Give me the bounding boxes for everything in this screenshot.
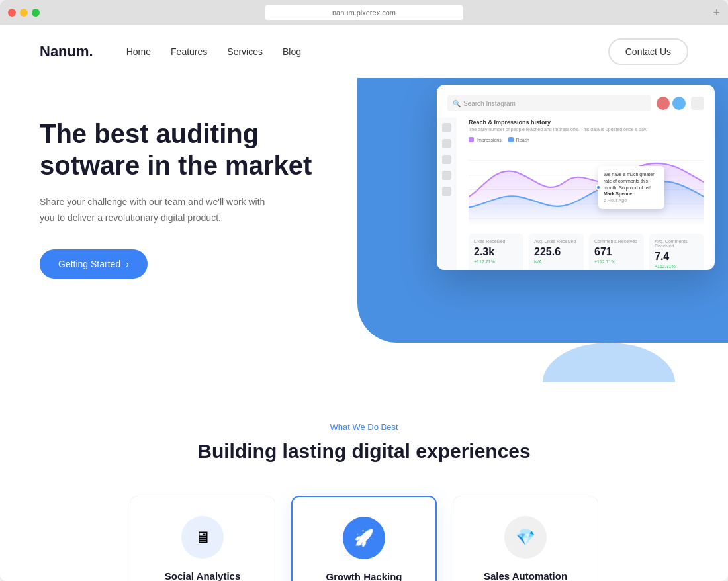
stat-card-avg-likes: Avg. Likes Received 225.6 N/A xyxy=(529,234,584,270)
services-section: What We Do Best Building lasting digital… xyxy=(0,382,728,581)
hero-content: The best auditing sotware in the market … xyxy=(40,105,318,279)
navigation: Nanum. Home Features Services Blog Conta… xyxy=(0,25,728,78)
stat-value: 7.4 xyxy=(655,251,699,263)
search-placeholder: Search Instagram xyxy=(463,100,516,107)
diamond-icon: 💎 xyxy=(516,528,535,547)
service-cards: 🖥 Social Analytics introduction and kick… xyxy=(40,496,688,581)
contact-us-button[interactable]: Contact Us xyxy=(608,38,688,65)
service-card-sales[interactable]: 💎 Sales Automation Checklist items and d… xyxy=(453,496,598,581)
monitor-icon: 🖥 xyxy=(195,528,210,547)
rocket-icon: 🚀 xyxy=(354,529,374,547)
chart-tooltip: We have a much greater rate of comments … xyxy=(598,166,664,209)
service-card-growth[interactable]: 🚀 Growth Hacking Market statics growth a… xyxy=(291,496,437,581)
avatar-2 xyxy=(672,97,686,110)
stat-card-avg-comments: Avg. Comments Received 7.4 +112.71% xyxy=(649,234,704,270)
stat-card-likes: Likes Received 2.3k +112.71% xyxy=(469,234,523,270)
avatar-1 xyxy=(657,97,670,110)
maximize-button[interactable] xyxy=(32,9,40,17)
impressions-dot xyxy=(469,137,474,142)
logo[interactable]: Nanum. xyxy=(40,43,93,60)
nav-links: Home Features Services Blog xyxy=(126,46,301,58)
legend-reach: Reach xyxy=(508,137,529,142)
hero-subtitle: Share your challenge with our team and w… xyxy=(40,195,271,226)
search-icon: 🔍 xyxy=(453,100,461,107)
browser-content: Nanum. Home Features Services Blog Conta… xyxy=(0,25,728,581)
nav-features[interactable]: Features xyxy=(171,46,207,57)
page: Nanum. Home Features Services Blog Conta… xyxy=(0,25,728,581)
tooltip-time: 6 Hour Ago xyxy=(604,197,659,204)
mockup-stats: Likes Received 2.3k +112.71% Avg. Likes … xyxy=(469,234,704,270)
growth-hacking-name: Growth Hacking xyxy=(308,571,420,581)
social-icon-wrap: 🖥 xyxy=(181,516,224,559)
stat-value: 2.3k xyxy=(474,246,518,258)
chart-title: Reach & Impressions history xyxy=(469,119,704,126)
stat-change: +112.71% xyxy=(474,259,518,264)
chart-area: We have a much greater rate of comments … xyxy=(469,146,704,226)
stat-change: +112.71% xyxy=(655,264,699,269)
minimize-button[interactable] xyxy=(20,9,28,17)
growth-icon-wrap: 🚀 xyxy=(343,517,385,559)
settings-icon xyxy=(691,97,704,110)
sidebar-item xyxy=(442,187,451,196)
impressions-label: Impressions xyxy=(477,138,502,142)
mockup-header: 🔍 Search Instagram xyxy=(447,95,704,111)
cta-arrow: › xyxy=(126,259,129,269)
nav-home[interactable]: Home xyxy=(126,46,151,57)
tooltip-dot xyxy=(596,185,601,190)
sales-icon-wrap: 💎 xyxy=(504,516,547,559)
sidebar-item xyxy=(442,155,451,164)
hero-title: The best auditing sotware in the market xyxy=(40,118,318,181)
stat-label: Avg. Comments Received xyxy=(655,239,699,248)
mockup-main: Reach & Impressions history The daily nu… xyxy=(469,119,704,270)
nav-services[interactable]: Services xyxy=(227,46,263,57)
dashboard-mockup: 🔍 Search Instagram xyxy=(437,85,715,270)
stat-label: Comments Received xyxy=(594,239,639,244)
hero-blob xyxy=(543,343,675,382)
service-card-social[interactable]: 🖥 Social Analytics introduction and kick… xyxy=(130,496,275,581)
close-button[interactable] xyxy=(8,9,16,17)
hero-section: The best auditing sotware in the market … xyxy=(0,78,728,382)
getting-started-button[interactable]: Getting Started › xyxy=(40,249,148,279)
stat-value: 671 xyxy=(594,246,639,258)
mockup-sidebar xyxy=(437,118,457,270)
reach-label: Reach xyxy=(516,138,529,142)
url-text: nanum.pixerex.com xyxy=(332,9,396,17)
nav-cta: Contact Us xyxy=(608,38,688,65)
cta-label: Getting Started xyxy=(58,259,120,269)
window-controls xyxy=(8,9,40,17)
browser-titlebar: nanum.pixerex.com + xyxy=(0,0,728,25)
sidebar-item xyxy=(442,171,451,180)
sidebar-item xyxy=(442,139,451,148)
stat-label: Likes Received xyxy=(474,239,518,244)
stat-value: 225.6 xyxy=(534,246,578,258)
sidebar-item xyxy=(442,123,451,132)
url-bar[interactable]: nanum.pixerex.com xyxy=(265,5,463,20)
stat-change: N/A xyxy=(534,259,578,264)
chart-subtitle: The daily number of people reached and I… xyxy=(469,127,704,132)
chart-legend: Impressions Reach xyxy=(469,137,704,142)
mockup-search: 🔍 Search Instagram xyxy=(447,95,651,111)
stat-card-comments: Comments Received 671 +112.71% xyxy=(589,234,644,270)
sales-automation-name: Sales Automation xyxy=(469,570,582,581)
legend-impressions: Impressions xyxy=(469,137,502,142)
reach-dot xyxy=(508,137,514,142)
new-tab-button[interactable]: + xyxy=(713,6,720,20)
browser-window: nanum.pixerex.com + Nanum. Home Features… xyxy=(0,0,728,581)
social-analytics-name: Social Analytics xyxy=(146,570,259,581)
tooltip-author: Mark Spence xyxy=(604,191,659,197)
tooltip-message: We have a much greater rate of comments … xyxy=(604,171,659,191)
chart-svg xyxy=(469,146,704,226)
mockup-avatars xyxy=(657,97,686,110)
section-eyebrow: What We Do Best xyxy=(40,422,688,432)
nav-blog[interactable]: Blog xyxy=(283,46,301,57)
stat-change: +112.71% xyxy=(594,259,639,264)
stat-label: Avg. Likes Received xyxy=(534,239,578,244)
section-title: Building lasting digital experiences xyxy=(40,440,688,463)
